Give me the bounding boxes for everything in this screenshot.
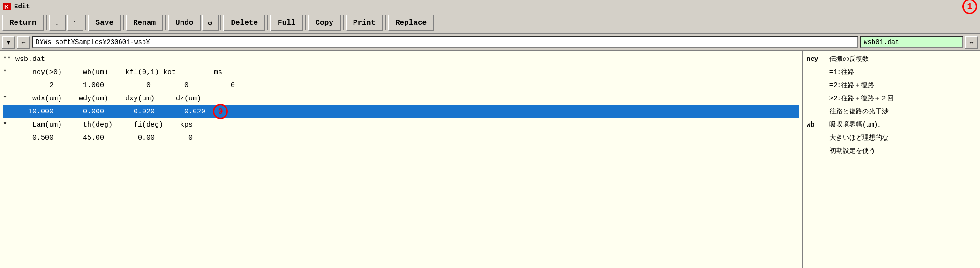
back-button[interactable]: ←	[17, 36, 30, 49]
editor-line-3: 2 1.000 0 0 0	[3, 79, 799, 92]
editor-line-5-selected[interactable]: 10.000 0.000 0.020 0.020 0	[3, 105, 799, 118]
toolbar-separator-9	[385, 15, 386, 30]
toolbar-separator-5	[220, 15, 221, 30]
side-text-6: 吸収境界幅(μm)。	[822, 120, 884, 129]
dropdown-button[interactable]: ▼	[2, 36, 15, 49]
side-line-5: 往路と復路の光干渉	[807, 105, 976, 118]
side-line-3: =2:往路＋復路	[807, 79, 976, 92]
print-button[interactable]: Print	[346, 15, 383, 31]
side-line-6: wb 吸収境界幅(μm)。	[807, 118, 976, 131]
side-prefix-1: ncy	[807, 55, 822, 63]
side-line-2: =1:往路	[807, 66, 976, 79]
editor-line-1: ** wsb.dat	[3, 52, 799, 66]
copy-button[interactable]: Copy	[308, 15, 340, 31]
return-button[interactable]: Return	[2, 15, 44, 31]
side-line-7: 大きいほど理想的な	[807, 131, 976, 144]
replace-button[interactable]: Replace	[388, 15, 434, 31]
filename-input[interactable]	[860, 36, 963, 48]
toolbar-separator-3	[123, 15, 124, 30]
title-circle-badge: 1	[962, 0, 977, 14]
undo-button[interactable]: Undo	[168, 15, 201, 31]
side-text-5: 往路と復路の光干渉	[822, 107, 889, 116]
side-text-1: 伝搬の反復数	[822, 55, 869, 63]
side-line-4: >2:往路＋復路＋２回	[807, 92, 976, 105]
save-button[interactable]: Save	[88, 15, 121, 31]
toolbar: Return ↓ ↑ Save Renam Undo ↺ Delete Full…	[0, 13, 980, 34]
editor-line-2: * ncy(>0) wb(um) kfl(0,1) kot ms	[3, 66, 799, 79]
toolbar-separator-6	[267, 15, 268, 30]
side-prefix-6: wb	[807, 121, 822, 128]
editor-line-6: * Lam(um) th(deg) fi(deg) kps	[3, 118, 799, 131]
toolbar-separator-7	[305, 15, 306, 30]
side-text-8: 初期設定を使う	[822, 147, 875, 155]
toolbar-separator-8	[343, 15, 344, 30]
toolbar-separator-2	[85, 15, 86, 30]
path-bar: ▼ ← ↔	[0, 34, 980, 51]
up-arrow-button[interactable]: ↑	[67, 15, 83, 31]
side-line-1: ncy 伝搬の反復数	[807, 52, 976, 66]
down-arrow-button[interactable]: ↓	[49, 15, 66, 31]
side-text-2: =1:往路	[822, 68, 854, 76]
expand-button[interactable]: ↔	[965, 36, 978, 49]
delete-button[interactable]: Delete	[223, 15, 265, 31]
undo-icon-button[interactable]: ↺	[202, 15, 219, 31]
full-button[interactable]: Full	[270, 15, 303, 31]
app-icon: K	[3, 2, 11, 11]
title-bar: K Edit 1	[0, 0, 980, 13]
rename-button[interactable]: Renam	[126, 15, 163, 31]
editor-area[interactable]: ** wsb.dat * ncy(>0) wb(um) kfl(0,1) kot…	[0, 51, 802, 268]
svg-text:K: K	[4, 3, 9, 10]
main-area: ** wsb.dat * ncy(>0) wb(um) kfl(0,1) kot…	[0, 51, 980, 268]
line-badge-0: 0	[213, 104, 228, 119]
editor-line-7: 0.500 45.00 0.00 0	[3, 131, 799, 144]
toolbar-separator-4	[165, 15, 166, 30]
side-line-8: 初期設定を使う	[807, 144, 976, 157]
side-text-4: >2:往路＋復路＋２回	[822, 94, 894, 103]
window-title: Edit	[14, 3, 30, 10]
side-text-3: =2:往路＋復路	[822, 81, 874, 89]
editor-line-4: * wdx(um) wdy(um) dxy(um) dz(um)	[3, 92, 799, 105]
toolbar-separator-1	[46, 15, 47, 30]
side-panel: ncy 伝搬の反復数 =1:往路 =2:往路＋復路 >2:往路＋復路＋２回 往路…	[802, 51, 980, 268]
path-input[interactable]	[32, 36, 858, 48]
side-text-7: 大きいほど理想的な	[822, 134, 889, 142]
